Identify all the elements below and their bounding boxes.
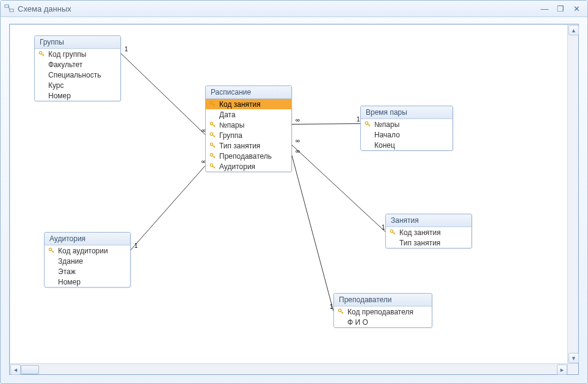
field-label: Конец bbox=[374, 141, 395, 150]
field-row[interactable]: Ф И О bbox=[334, 317, 432, 327]
key-icon bbox=[208, 152, 217, 161]
svg-rect-1 bbox=[10, 9, 13, 12]
field-row[interactable]: Начало bbox=[361, 129, 452, 140]
svg-line-9 bbox=[292, 124, 360, 125]
key-icon bbox=[336, 308, 345, 316]
key-icon bbox=[208, 162, 217, 171]
field-row[interactable]: Специальность bbox=[35, 70, 120, 80]
svg-line-29 bbox=[214, 136, 214, 136]
key-icon bbox=[208, 131, 217, 140]
field-label: Код группы bbox=[48, 50, 86, 59]
field-row[interactable]: Курс bbox=[35, 80, 120, 90]
scroll-right-button[interactable]: ► bbox=[557, 364, 567, 375]
field-row[interactable]: Преподаватель bbox=[206, 151, 291, 161]
field-label: Здание bbox=[58, 257, 83, 266]
svg-line-32 bbox=[214, 146, 214, 147]
scroll-down-button[interactable]: ▼ bbox=[568, 353, 579, 363]
key-icon bbox=[208, 121, 217, 129]
field-label: Номер bbox=[48, 92, 71, 100]
field-label: Этаж bbox=[58, 267, 76, 276]
svg-line-41 bbox=[369, 125, 369, 125]
svg-line-50 bbox=[342, 312, 343, 313]
horizontal-scrollbar[interactable]: ◄ ► bbox=[10, 363, 568, 374]
svg-line-6 bbox=[131, 166, 205, 250]
field-row[interactable]: Код группы bbox=[35, 49, 120, 59]
svg-line-44 bbox=[53, 251, 53, 252]
svg-line-26 bbox=[214, 125, 214, 126]
field-row[interactable]: Код преподавателя bbox=[334, 306, 432, 317]
svg-line-38 bbox=[214, 167, 214, 167]
field-label: Ф И О bbox=[347, 318, 368, 327]
field-row[interactable]: Тип занятия bbox=[386, 237, 471, 248]
table-header[interactable]: Группы bbox=[35, 36, 120, 49]
key-placeholder bbox=[37, 71, 46, 79]
scroll-left-button[interactable]: ◄ bbox=[10, 364, 21, 375]
table-groups[interactable]: Группы Код группыФакультетСпециальностьК… bbox=[34, 35, 121, 101]
key-icon bbox=[363, 120, 372, 129]
titlebar[interactable]: Схема данных — ❐ ✕ bbox=[1, 1, 587, 17]
key-placeholder bbox=[208, 110, 217, 119]
close-button[interactable]: ✕ bbox=[569, 3, 584, 14]
field-row[interactable]: Код занятия bbox=[386, 227, 471, 237]
svg-line-2 bbox=[9, 6, 10, 10]
table-rooms[interactable]: Аудитория Код аудиторииЗданиеЭтажНомер bbox=[44, 232, 131, 288]
key-icon bbox=[208, 142, 217, 150]
table-header[interactable]: Преподаватели bbox=[334, 294, 432, 306]
restore-button[interactable]: ❐ bbox=[553, 3, 568, 14]
diagram-canvas[interactable]: 1∞1∞1∞1∞1∞ Группы Код группыФакультетСпе… bbox=[10, 24, 568, 364]
field-row[interactable]: Факультет bbox=[35, 59, 120, 70]
key-placeholder bbox=[363, 141, 372, 150]
field-row[interactable]: Код аудитории bbox=[45, 245, 130, 256]
field-row[interactable]: Дата bbox=[206, 109, 291, 120]
table-timeslots[interactable]: Время пары №парыНачалоКонец bbox=[360, 106, 453, 151]
svg-line-20 bbox=[43, 54, 43, 55]
field-label: Факультет bbox=[48, 60, 82, 69]
svg-text:∞: ∞ bbox=[296, 117, 300, 123]
field-label: Код занятия bbox=[399, 228, 441, 237]
field-label: Тип занятия bbox=[219, 142, 260, 150]
scroll-thumb[interactable] bbox=[21, 365, 39, 374]
field-row[interactable]: №пары bbox=[206, 120, 291, 130]
field-row[interactable]: Номер bbox=[35, 90, 120, 101]
table-schedule[interactable]: Расписание Код занятияДата №пары Группа … bbox=[205, 85, 292, 172]
minimize-button[interactable]: — bbox=[537, 3, 552, 14]
field-row[interactable]: Здание bbox=[45, 256, 130, 266]
svg-text:1: 1 bbox=[134, 242, 138, 249]
field-label: Аудитория bbox=[219, 162, 255, 171]
field-label: Группа bbox=[219, 131, 242, 140]
field-label: №пары bbox=[374, 120, 399, 129]
key-icon bbox=[388, 228, 397, 237]
field-label: Код занятия bbox=[219, 100, 261, 109]
table-header[interactable]: Занятия bbox=[386, 214, 471, 227]
table-header[interactable]: Расписание bbox=[206, 86, 291, 99]
key-icon bbox=[47, 247, 56, 255]
field-label: Начало bbox=[374, 131, 400, 139]
svg-line-23 bbox=[214, 104, 214, 105]
key-placeholder bbox=[363, 131, 372, 139]
field-row[interactable]: Тип занятия bbox=[206, 140, 291, 151]
svg-text:∞: ∞ bbox=[296, 137, 300, 144]
field-label: Специальность bbox=[48, 71, 101, 79]
field-row[interactable]: Этаж bbox=[45, 266, 130, 277]
vertical-scrollbar[interactable]: ▲ ▼ bbox=[567, 24, 578, 364]
scroll-corner bbox=[567, 363, 578, 374]
field-row[interactable]: Конец bbox=[361, 140, 452, 150]
field-row[interactable]: Группа bbox=[206, 130, 291, 140]
table-header[interactable]: Аудитория bbox=[45, 233, 130, 245]
key-icon bbox=[37, 50, 46, 59]
table-header[interactable]: Время пары bbox=[361, 106, 452, 119]
scroll-up-button[interactable]: ▲ bbox=[568, 25, 579, 35]
svg-text:∞: ∞ bbox=[296, 148, 300, 154]
table-teachers[interactable]: Преподаватели Код преподавателяФ И О bbox=[333, 293, 432, 328]
key-placeholder bbox=[37, 92, 46, 100]
key-placeholder bbox=[37, 81, 46, 90]
key-placeholder bbox=[336, 318, 345, 327]
field-row[interactable]: №пары bbox=[361, 119, 452, 129]
field-label: Дата bbox=[219, 110, 236, 119]
field-row[interactable]: Аудитория bbox=[206, 161, 291, 172]
field-row[interactable]: Номер bbox=[45, 277, 130, 287]
key-placeholder bbox=[47, 278, 56, 286]
field-label: Преподаватель bbox=[219, 152, 272, 161]
field-row[interactable]: Код занятия bbox=[206, 99, 291, 109]
table-lessons[interactable]: Занятия Код занятияТип занятия bbox=[385, 214, 472, 248]
